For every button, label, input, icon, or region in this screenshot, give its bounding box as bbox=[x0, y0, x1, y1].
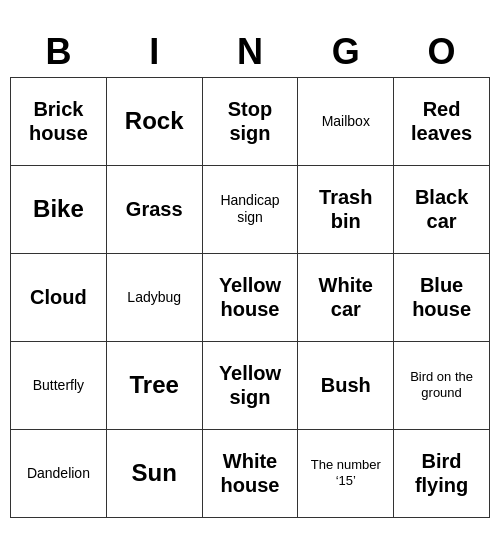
bingo-cell-3-3: Bush bbox=[298, 341, 394, 429]
header-letter-n: N bbox=[202, 27, 298, 78]
bingo-row-2: CloudLadybugYellow houseWhite carBlue ho… bbox=[11, 253, 490, 341]
bingo-cell-3-4: Bird on the ground bbox=[394, 341, 490, 429]
header-letter-o: O bbox=[394, 27, 490, 78]
bingo-cell-2-3: White car bbox=[298, 253, 394, 341]
bingo-cell-0-2: Stop sign bbox=[202, 77, 298, 165]
bingo-cell-4-3: The number ‘15’ bbox=[298, 429, 394, 517]
header-letter-b: B bbox=[11, 27, 107, 78]
bingo-cell-0-0: Brick house bbox=[11, 77, 107, 165]
bingo-cell-1-1: Grass bbox=[106, 165, 202, 253]
bingo-cell-1-2: Handicap sign bbox=[202, 165, 298, 253]
bingo-cell-3-1: Tree bbox=[106, 341, 202, 429]
bingo-cell-0-1: Rock bbox=[106, 77, 202, 165]
bingo-card: BINGO Brick houseRockStop signMailboxRed… bbox=[10, 27, 490, 518]
bingo-cell-2-0: Cloud bbox=[11, 253, 107, 341]
bingo-body: Brick houseRockStop signMailboxRed leave… bbox=[11, 77, 490, 517]
bingo-cell-1-3: Trash bin bbox=[298, 165, 394, 253]
bingo-cell-4-2: White house bbox=[202, 429, 298, 517]
bingo-cell-4-0: Dandelion bbox=[11, 429, 107, 517]
header-letter-i: I bbox=[106, 27, 202, 78]
bingo-cell-0-3: Mailbox bbox=[298, 77, 394, 165]
bingo-cell-2-2: Yellow house bbox=[202, 253, 298, 341]
bingo-row-1: BikeGrassHandicap signTrash binBlack car bbox=[11, 165, 490, 253]
bingo-cell-4-1: Sun bbox=[106, 429, 202, 517]
bingo-cell-2-1: Ladybug bbox=[106, 253, 202, 341]
bingo-cell-0-4: Red leaves bbox=[394, 77, 490, 165]
bingo-row-3: ButterflyTreeYellow signBushBird on the … bbox=[11, 341, 490, 429]
bingo-cell-3-2: Yellow sign bbox=[202, 341, 298, 429]
bingo-header: BINGO bbox=[11, 27, 490, 78]
bingo-cell-1-0: Bike bbox=[11, 165, 107, 253]
bingo-cell-3-0: Butterfly bbox=[11, 341, 107, 429]
bingo-row-0: Brick houseRockStop signMailboxRed leave… bbox=[11, 77, 490, 165]
header-letter-g: G bbox=[298, 27, 394, 78]
bingo-cell-1-4: Black car bbox=[394, 165, 490, 253]
bingo-cell-4-4: Bird flying bbox=[394, 429, 490, 517]
bingo-row-4: DandelionSunWhite houseThe number ‘15’Bi… bbox=[11, 429, 490, 517]
bingo-cell-2-4: Blue house bbox=[394, 253, 490, 341]
